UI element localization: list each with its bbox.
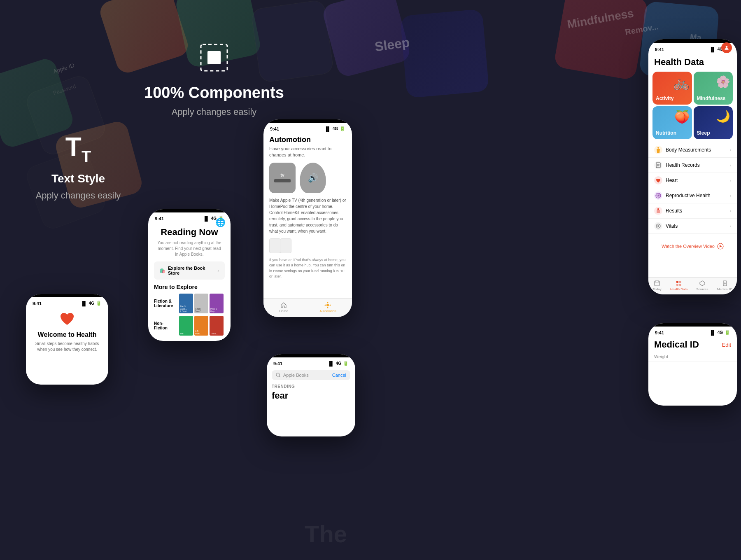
nonfiction-category: Non-Fiction The A TrHum... The R... (154, 316, 225, 336)
books-status-time: 9:41 (273, 361, 282, 366)
home-icon (280, 302, 287, 308)
nutrition-card[interactable]: 🍑 Nutrition (652, 106, 692, 139)
nav-medical-id[interactable]: Medical ID (717, 280, 733, 291)
components-section: 100% Components Apply changes easily (132, 41, 296, 117)
books-search-mockup: 9:41 ▐▌ 4G 🔋 Apple Books Cancel TRENDING… (267, 354, 355, 436)
svg-point-30 (326, 304, 329, 306)
background-grid: Apple ID Password Sleep Mindfulness Remo… (0, 0, 741, 560)
vitals-item[interactable]: Vitals › (648, 219, 737, 234)
medical-id-title: Medical ID (654, 339, 699, 350)
watch-overview-video-btn[interactable]: Watch the Overview Video (653, 240, 732, 253)
heart-label: Heart (666, 177, 678, 183)
globe-icon: 🌐 (215, 217, 226, 227)
search-placeholder: Apple Books (283, 373, 309, 378)
automotion-subtitle: Have your accessories react to changes a… (263, 146, 352, 163)
explore-btn-label: Explore the Book Store (168, 266, 215, 275)
components-title: 100% Components (144, 84, 284, 102)
auto-nav-home[interactable]: Home (279, 302, 288, 313)
welcome-subtitle: Small steps become healthy habits when y… (26, 341, 108, 352)
nav-sources[interactable]: Sources (696, 280, 708, 291)
more-to-explore-title: More to Explore (154, 284, 225, 290)
fiction-category: Fiction & Literature The G...Gatsb...F. … (154, 294, 225, 313)
svg-point-31 (327, 302, 329, 303)
vitals-icon (654, 222, 662, 230)
books-search-bar[interactable]: Apple Books Cancel (272, 370, 350, 380)
text-style-subtitle: Apply changes easily (36, 190, 121, 201)
svg-point-16 (657, 225, 659, 227)
heart-chevron: › (730, 178, 731, 183)
explore-book-store-btn[interactable]: 🛍️ Explore the Book Store › (154, 261, 225, 280)
health-records-item[interactable]: Health Records › (648, 158, 737, 173)
activity-card[interactable]: 🚲 Activity (652, 72, 692, 105)
nav-health-data[interactable]: Health Data (670, 280, 687, 291)
reading-app-mockup: 9:41 ▐▌ 4G 🔋 🌐 Reading Now You are not r… (148, 209, 231, 341)
book-cover-3[interactable]: Pride aPreju... (210, 294, 224, 313)
nonfiction-cover-2[interactable]: A TrHum... (194, 316, 208, 336)
bag-icon: 🛍️ (160, 268, 165, 273)
mindfulness-card[interactable]: 🌸 Mindfulness (694, 72, 733, 105)
results-item[interactable]: Results › (648, 203, 737, 219)
nav-sources-label: Sources (696, 287, 708, 291)
trending-word: fear (267, 390, 355, 402)
nonfiction-cover-3[interactable]: The R... (210, 316, 224, 336)
watch-video-label: Watch the Overview Video (662, 244, 715, 249)
book-cover-2[interactable]: A TaleTwo C... (194, 294, 208, 313)
medical-edit-btn[interactable]: Edit (722, 342, 731, 348)
sources-icon (699, 280, 706, 287)
heart-item[interactable]: Heart › (648, 173, 737, 188)
auto-automation-label: Automation (319, 309, 336, 313)
reproductive-health-label: Reproductive Health (666, 193, 711, 198)
sleep-card[interactable]: 🌙 Sleep (694, 106, 733, 139)
vitals-label: Vitals (666, 223, 678, 229)
svg-point-34 (330, 305, 331, 306)
reproductive-health-item[interactable]: Reproductive Health › (648, 188, 737, 203)
book-cover-1[interactable]: The G...Gatsb...F. Scott... (179, 294, 193, 313)
reproductive-health-icon (654, 191, 662, 200)
auto-nav-automation[interactable]: Automation (319, 302, 336, 313)
medical-header: Medical ID Edit (648, 337, 737, 352)
automotion-signal-icon: ▐▌ (324, 126, 331, 131)
body-measurements-chevron: › (730, 148, 731, 152)
nonfiction-label: Non-Fiction (154, 321, 177, 330)
explore-chevron-icon: › (217, 268, 219, 273)
document-icons (263, 238, 352, 257)
heart-icon (654, 176, 662, 184)
bg-label-apple-id: Apple ID (52, 62, 75, 75)
svg-rect-19 (655, 281, 659, 286)
books-status-bar: 9:41 ▐▌ 4G 🔋 (267, 357, 355, 368)
nonfiction-cover-1[interactable]: The (179, 316, 193, 336)
orange-icon: 🍑 (674, 110, 690, 124)
svg-rect-23 (676, 281, 678, 283)
components-subtitle: Apply changes easily (172, 107, 257, 117)
profile-icon[interactable] (721, 42, 732, 53)
svg-rect-14 (657, 210, 660, 213)
body-measurements-item[interactable]: Body Measurements › (648, 142, 737, 158)
heart-svg (60, 312, 75, 326)
svg-point-33 (325, 305, 326, 306)
components-icon (198, 41, 231, 74)
device-icons-area: tv 🔊 (263, 163, 352, 197)
svg-line-36 (279, 376, 280, 377)
medical-status-bar: 9:41 ▐▌ 4G 🔋 (648, 327, 737, 337)
books-signal-icon: ▐▌ (328, 361, 334, 366)
play-icon (717, 243, 724, 250)
svg-rect-25 (676, 284, 678, 286)
automotion-bottom-nav: Home Automation (263, 298, 352, 317)
medical-status-time: 9:41 (655, 330, 664, 335)
nonfiction-book-covers: The A TrHum... The R... (179, 316, 224, 336)
nav-today[interactable]: Today (653, 280, 662, 291)
svg-point-32 (327, 307, 329, 308)
welcome-status-time: 9:41 (33, 301, 42, 306)
results-label: Results (666, 208, 682, 214)
health-list: Body Measurements › Health Records › Hea… (648, 139, 737, 237)
svg-point-2 (726, 46, 728, 48)
welcome-health-mockup: 9:41 ▐▌ 4G 🔋 Welcome to Health Small ste… (26, 294, 108, 385)
health-cards-grid: 🚲 Activity 🌸 Mindfulness 🍑 Nutrition 🌙 S… (648, 72, 737, 139)
nav-today-label: Today (653, 287, 662, 291)
medical-network-icon: 4G (718, 330, 723, 335)
health-bottom-nav: Today Health Data Sources Medical ID (648, 277, 737, 294)
text-style-section: TT Text Style Apply changes easily (25, 132, 132, 201)
reading-signal-icon: ▐▌ (203, 216, 210, 221)
svg-point-3 (657, 147, 659, 149)
cancel-btn[interactable]: Cancel (332, 373, 346, 378)
